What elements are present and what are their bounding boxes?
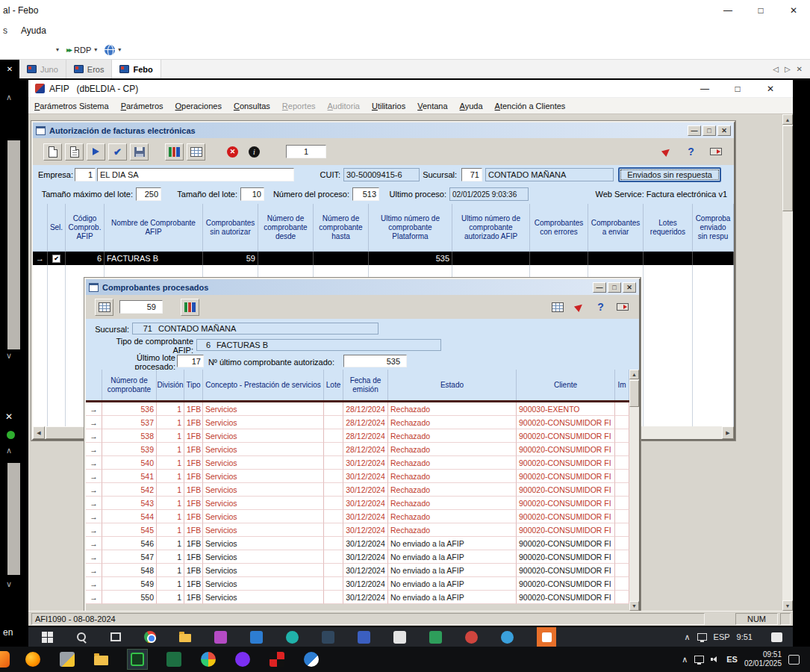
save-button[interactable] xyxy=(130,143,149,161)
table-cell[interactable] xyxy=(324,564,343,577)
file-explorer-icon[interactable] xyxy=(94,653,108,665)
table-cell[interactable] xyxy=(324,456,343,470)
table-cell[interactable] xyxy=(615,483,629,497)
table-cell[interactable]: No enviado a la AFIP xyxy=(388,577,517,591)
scrollbar-thumb[interactable] xyxy=(782,125,793,211)
proc-column-header[interactable]: Tipo xyxy=(184,370,203,400)
afip-close-button[interactable]: ✕ xyxy=(754,78,787,99)
tools-icon[interactable] xyxy=(60,652,75,667)
auth-close-button[interactable]: ✕ xyxy=(717,125,731,136)
app-icon-lightblue[interactable] xyxy=(501,631,514,644)
library-button[interactable] xyxy=(181,299,199,316)
sidebar-chevron-down-icon[interactable]: ∨ xyxy=(6,351,12,361)
row-pointer-icon[interactable]: → xyxy=(86,497,102,510)
table-row[interactable]: →53611FBServicios28/12/2024Rechazado9000… xyxy=(86,402,629,416)
app-icon-teal[interactable] xyxy=(286,631,299,644)
table-row[interactable]: →53811FBServicios28/12/2024Rechazado9000… xyxy=(86,429,629,443)
clock-date[interactable]: 09:51 02/01/2025 xyxy=(744,650,782,668)
table-cell[interactable]: 900030-EXENTO xyxy=(517,402,615,416)
table-cell[interactable]: 548 xyxy=(102,564,157,577)
infinity-app-icon[interactable] xyxy=(235,652,250,667)
table-cell[interactable] xyxy=(324,497,343,510)
auth-column-header[interactable]: Comproba enviado sin respu xyxy=(693,204,734,252)
auth-column-header[interactable]: Comprobantes sin autorizar xyxy=(203,204,258,252)
row-pointer-icon[interactable]: → xyxy=(86,429,102,443)
table-cell[interactable]: 30/12/2024 xyxy=(343,497,388,510)
proc-column-header[interactable]: Concepto - Prestación de servicios xyxy=(203,370,324,400)
table-cell[interactable] xyxy=(615,416,629,429)
table-row[interactable]: →54311FBServicios30/12/2024Rechazado9000… xyxy=(86,497,629,510)
sidebar-chevron-down-icon[interactable]: ∨ xyxy=(6,579,12,589)
firefox-icon[interactable] xyxy=(25,652,40,667)
tam-max-field[interactable]: 250 xyxy=(136,187,161,201)
hidden-icons-chevron[interactable]: ∧ xyxy=(682,655,688,665)
proc-vertical-scrollbar[interactable]: ▲ ▼ xyxy=(629,370,639,611)
row-pointer-icon[interactable]: → xyxy=(86,523,102,537)
table-cell[interactable]: Servicios xyxy=(203,456,324,470)
scroll-down-button[interactable]: ▼ xyxy=(629,601,639,611)
table-cell[interactable]: 1FB xyxy=(184,510,203,523)
table-cell[interactable]: Servicios xyxy=(203,429,324,443)
table-cell[interactable] xyxy=(615,537,629,550)
table-cell[interactable]: 1FB xyxy=(184,591,203,604)
table-cell[interactable]: 1FB xyxy=(184,537,203,550)
table-row[interactable]: →53911FBServicios28/12/2024Rechazado9000… xyxy=(86,443,629,456)
proc-minimize-button[interactable]: — xyxy=(593,282,606,293)
table-cell[interactable]: 1 xyxy=(157,510,184,523)
afip-minimize-button[interactable]: — xyxy=(688,78,721,99)
app-icon-indigo[interactable] xyxy=(358,631,370,644)
table-cell[interactable]: 900020-CONSUMIDOR FI xyxy=(517,550,615,564)
table-cell[interactable] xyxy=(324,577,343,591)
table-cell[interactable]: 30/12/2024 xyxy=(343,591,388,604)
alert-app-icon[interactable] xyxy=(537,627,556,647)
scrollbar-thumb[interactable] xyxy=(629,380,639,407)
sidebar-chevron-up-icon[interactable]: ∧ xyxy=(6,446,12,455)
table-cell[interactable]: Rechazado xyxy=(388,429,517,443)
selected-row-cell[interactable]: 59 xyxy=(203,252,258,265)
auth-column-header[interactable]: Comprobantes a enviar xyxy=(588,204,644,252)
table-cell[interactable]: 1FB xyxy=(184,456,203,470)
menu-fragment[interactable]: s xyxy=(0,25,10,36)
app-icon-blue[interactable] xyxy=(250,631,263,644)
auth-column-header[interactable]: Lotes requeridos xyxy=(644,204,693,252)
scroll-left-button[interactable]: ◀ xyxy=(33,426,45,439)
task-view-icon[interactable] xyxy=(110,632,121,641)
table-cell[interactable]: 1 xyxy=(157,550,184,564)
table-cell[interactable]: 536 xyxy=(102,402,157,416)
selected-row-cell[interactable] xyxy=(452,252,530,265)
selected-row-cell[interactable] xyxy=(588,252,644,265)
menu-item-consultas[interactable]: Consultas xyxy=(228,102,276,111)
table-cell[interactable]: 1FB xyxy=(184,402,203,416)
proc-column-header[interactable]: Lote xyxy=(324,370,343,400)
table-cell[interactable]: 544 xyxy=(102,510,157,523)
menu-item-reportes[interactable]: Reportes xyxy=(276,102,322,111)
table-cell[interactable]: 1 xyxy=(157,456,184,470)
table-cell[interactable]: Servicios xyxy=(203,564,324,577)
table-cell[interactable]: 1FB xyxy=(184,416,203,429)
table-cell[interactable]: 537 xyxy=(102,416,157,429)
row-pointer-icon[interactable]: → xyxy=(86,577,102,591)
table-cell[interactable] xyxy=(324,537,343,550)
table-cell[interactable]: 546 xyxy=(102,537,157,550)
auth-column-header[interactable]: Código Comprob. AFIP xyxy=(66,204,105,252)
selected-row-cell[interactable] xyxy=(530,252,588,265)
app-icon-navy[interactable] xyxy=(322,631,334,644)
table-cell[interactable]: Servicios xyxy=(203,577,324,591)
info-button[interactable]: i xyxy=(245,143,264,161)
table-cell[interactable]: Rechazado xyxy=(388,402,517,416)
menu-item-atenci-n-a-clientes[interactable]: Atención a Clientes xyxy=(489,102,572,111)
table-cell[interactable] xyxy=(324,402,343,416)
maximize-button[interactable]: □ xyxy=(744,0,777,21)
table-cell[interactable]: Rechazado xyxy=(388,416,517,429)
row-pointer-icon[interactable]: → xyxy=(86,591,102,604)
app-icon-gray[interactable] xyxy=(393,631,406,644)
auth-minimize-button[interactable]: — xyxy=(688,125,701,136)
auth-restore-button[interactable]: □ xyxy=(702,125,716,136)
table-cell[interactable] xyxy=(324,510,343,523)
table-cell[interactable]: 900020-CONSUMIDOR FI xyxy=(517,564,615,577)
table-cell[interactable]: Servicios xyxy=(203,523,324,537)
confirm-button[interactable]: ✔ xyxy=(108,143,127,161)
table-cell[interactable]: 1FB xyxy=(184,550,203,564)
table-row[interactable]: →54511FBServicios30/12/2024Rechazado9000… xyxy=(86,523,629,537)
table-cell[interactable]: 900020-CONSUMIDOR FI xyxy=(517,443,615,456)
